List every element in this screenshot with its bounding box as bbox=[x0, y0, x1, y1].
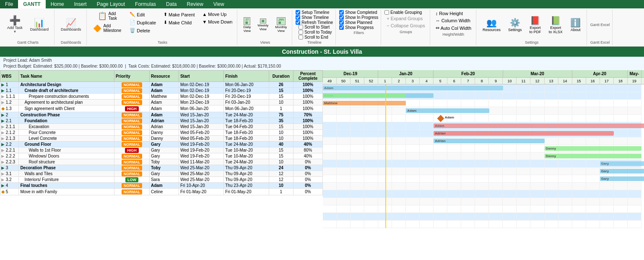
tab-file[interactable]: File bbox=[0, 0, 18, 8]
show-timeline-btn[interactable]: Show Timeline bbox=[296, 15, 329, 20]
gantt-cell bbox=[461, 92, 475, 99]
move-up-button[interactable]: ▲ Move Up bbox=[200, 11, 234, 18]
row-height-btn[interactable]: ↕ Row Height bbox=[434, 10, 465, 17]
expand-arrow[interactable]: ▶ bbox=[1, 142, 5, 147]
move-down-button[interactable]: ▼ Move Down bbox=[200, 18, 234, 25]
priority-badge: NORMAL bbox=[122, 124, 143, 129]
gantt-cell bbox=[586, 168, 600, 175]
tab-gantt[interactable]: GANTT bbox=[18, 0, 45, 8]
show-in-progress-btn[interactable]: Show In Progress bbox=[339, 15, 378, 20]
auto-col-width-btn[interactable]: ⇔ Auto Col Width bbox=[434, 24, 473, 32]
delete-button[interactable]: 🗑️ Delete bbox=[127, 27, 158, 34]
gantt-cell bbox=[558, 205, 572, 213]
export-xlsx-button[interactable]: 📗 Exportto XLSX bbox=[546, 14, 566, 35]
monthly-view-button[interactable]: JAN ▦ MonthlyView bbox=[273, 16, 289, 34]
show-in-progress-check[interactable] bbox=[339, 15, 344, 20]
expand-arrow[interactable]: ▶ bbox=[1, 82, 5, 87]
weekly-view-button[interactable]: ▦ WeeklyView bbox=[255, 17, 271, 32]
collapse-groups-btn[interactable]: − Collapse Groups bbox=[384, 22, 427, 29]
about-button[interactable]: ℹ️ About bbox=[567, 16, 584, 33]
add-milestone-button[interactable]: 🔶 AddMilestone bbox=[90, 22, 124, 34]
gantt-cell bbox=[364, 168, 378, 175]
gantt-cell bbox=[545, 84, 558, 92]
enable-grouping-check[interactable] bbox=[384, 10, 389, 15]
gantt-cell bbox=[461, 198, 475, 205]
make-child-button[interactable]: ⬇ Make Child bbox=[161, 19, 197, 26]
priority-cell: NORMAL bbox=[114, 130, 149, 136]
add-task-button[interactable]: 📋 AddTask bbox=[90, 10, 124, 22]
about-icon: ℹ️ bbox=[570, 18, 581, 28]
finish-cell: Tue 24-Mar-20 bbox=[224, 142, 269, 147]
pct-cell: 70% bbox=[293, 112, 322, 118]
gantt-cell bbox=[420, 205, 434, 213]
priority-cell: NORMAL bbox=[114, 159, 149, 165]
gantt-cell bbox=[392, 213, 406, 220]
tab-page-layout[interactable]: Page Layout bbox=[92, 0, 130, 8]
expand-arrow[interactable]: ▶ bbox=[1, 165, 5, 170]
scroll-to-end-btn[interactable]: Scroll to End bbox=[299, 35, 328, 39]
show-completed-btn[interactable]: Show Completed bbox=[339, 10, 377, 15]
show-progress-check[interactable] bbox=[339, 25, 344, 30]
show-progress-btn[interactable]: Show Progress bbox=[339, 25, 374, 30]
gantt-cell bbox=[600, 183, 614, 190]
settings-button[interactable]: ⚙️ Settings bbox=[505, 16, 525, 33]
make-parent-button[interactable]: ⬆ Make Parent bbox=[161, 11, 197, 18]
setup-timeline-check[interactable] bbox=[296, 10, 300, 15]
gantt-cell bbox=[447, 145, 461, 152]
dashboard-icon: 📊 bbox=[34, 18, 44, 27]
expand-arrow[interactable]: ▶ bbox=[1, 88, 5, 93]
wbs-cell: ▶ 3.1 bbox=[0, 171, 19, 177]
scroll-to-today-btn[interactable]: Scroll to Today bbox=[299, 30, 332, 34]
group-tasks: 📋 AddTask 🔶 AddMilestone ✏️ Edit 📄 Dupli… bbox=[88, 9, 237, 45]
column-width-btn[interactable]: ↔ Column Width bbox=[434, 17, 473, 24]
scroll-to-start-btn[interactable]: Scroll to Start bbox=[299, 25, 330, 29]
gantt-cell bbox=[337, 160, 351, 167]
gantt-cell bbox=[503, 213, 517, 220]
setup-timeline-btn[interactable]: Setup Timeline bbox=[296, 10, 329, 15]
enable-grouping-btn[interactable]: Enable Grouping bbox=[384, 10, 422, 15]
gantt-bar-label: Adrian bbox=[435, 131, 445, 135]
resources-button[interactable]: 👥 Resources bbox=[480, 16, 504, 33]
expand-arrow[interactable]: ▶ bbox=[1, 118, 5, 123]
gantt-bar-label: Danny bbox=[546, 147, 556, 150]
scroll-start-check[interactable] bbox=[299, 25, 303, 29]
gantt-cell bbox=[614, 107, 628, 114]
tab-formulas[interactable]: Formulas bbox=[130, 0, 161, 8]
edit-button[interactable]: ✏️ Edit bbox=[127, 11, 158, 18]
gantt-cell bbox=[337, 205, 351, 213]
tab-review[interactable]: Review bbox=[182, 0, 208, 8]
show-planned-check[interactable] bbox=[339, 20, 344, 25]
expand-groups-btn[interactable]: + Expand Groups bbox=[384, 15, 425, 22]
dashboard-button[interactable]: 📊 Dashboard bbox=[27, 17, 52, 33]
milestone-icon: 🔶 bbox=[93, 24, 101, 32]
show-planned-btn[interactable]: Show Planned bbox=[339, 20, 372, 25]
finish-cell: Tue 18-Feb-20 bbox=[224, 136, 269, 142]
gantt-cell bbox=[614, 130, 628, 137]
scroll-today-check[interactable] bbox=[299, 30, 303, 34]
gantt-cell bbox=[323, 160, 337, 167]
export-pdf-button[interactable]: 📕 Exportto PDF bbox=[527, 14, 544, 35]
gantt-cell bbox=[572, 175, 586, 182]
add-button[interactable]: ➕ Add Task ▼ bbox=[4, 15, 26, 35]
tab-home[interactable]: Home bbox=[46, 0, 69, 8]
gantt-cell bbox=[364, 183, 378, 190]
gantt-cell bbox=[351, 130, 364, 137]
refresh-timeline-btn[interactable]: Refresh Timeline bbox=[296, 20, 333, 25]
duration-cell: 12 bbox=[269, 177, 293, 183]
gantt-bar-label: Gary bbox=[601, 169, 609, 173]
gantt-cell bbox=[447, 175, 461, 182]
scroll-end-check[interactable] bbox=[299, 35, 303, 39]
tab-insert[interactable]: Insert bbox=[69, 0, 92, 8]
daily-view-button[interactable]: 27 ▦ DailyView bbox=[241, 16, 253, 34]
gantt-cell bbox=[628, 130, 641, 137]
gantt-cell bbox=[586, 198, 600, 205]
show-timeline-check[interactable] bbox=[296, 15, 300, 20]
tab-data[interactable]: Data bbox=[161, 0, 182, 8]
tab-view[interactable]: View bbox=[208, 0, 229, 8]
dashboards-button[interactable]: 📈 Dashboards bbox=[58, 17, 84, 33]
expand-arrow[interactable]: ▶ bbox=[1, 113, 5, 117]
show-completed-check[interactable] bbox=[339, 10, 344, 15]
duplicate-button[interactable]: 📄 Duplicate bbox=[127, 19, 158, 26]
refresh-timeline-check[interactable] bbox=[296, 20, 300, 25]
expand-arrow[interactable]: ▶ bbox=[1, 183, 5, 188]
